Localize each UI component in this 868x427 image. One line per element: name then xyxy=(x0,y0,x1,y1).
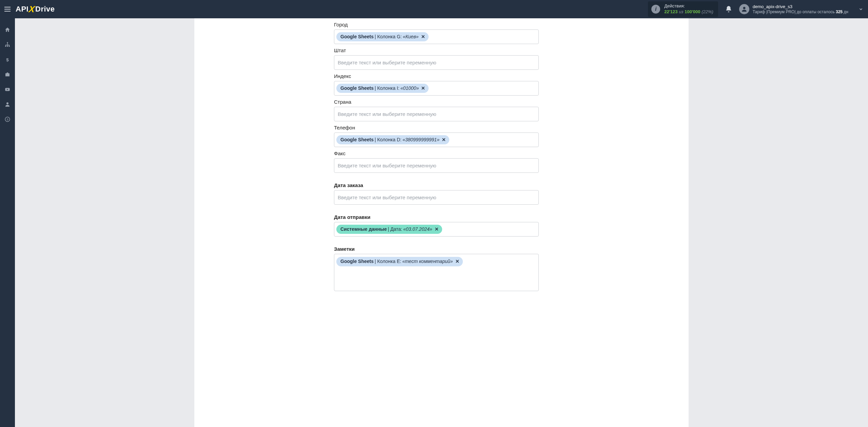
sidebar-video[interactable] xyxy=(0,83,15,96)
placeholder-country: Введите текст или выберите переменную xyxy=(336,111,436,117)
svg-rect-1 xyxy=(7,42,8,43)
input-ship-date[interactable]: Системные данные | Дата: «03.07.2024»✕ xyxy=(334,222,539,237)
avatar[interactable] xyxy=(739,4,749,14)
pill-ship-date[interactable]: Системные данные | Дата: «03.07.2024»✕ xyxy=(336,225,442,234)
label-fax: Факс xyxy=(334,150,539,156)
actions-counter[interactable]: i Действия: 22'123 из 100'000 (22%) xyxy=(648,1,718,17)
logo[interactable]: APIXDrive xyxy=(16,4,55,15)
remove-pill-icon[interactable]: ✕ xyxy=(455,258,459,265)
label-country: Страна xyxy=(334,99,539,105)
bell-icon[interactable] xyxy=(725,5,732,13)
logo-part-drive: Drive xyxy=(35,5,55,14)
input-order-date[interactable]: Введите текст или выберите переменную xyxy=(334,190,539,205)
pill-phone[interactable]: Google Sheets | Колонка D: «380999999991… xyxy=(336,135,449,145)
topbar: APIXDrive i Действия: 22'123 из 100'000 … xyxy=(0,0,868,18)
pill-index[interactable]: Google Sheets | Колонка I: «01000»✕ xyxy=(336,84,429,93)
remove-pill-icon[interactable]: ✕ xyxy=(421,85,425,92)
sidebar-billing[interactable]: $ xyxy=(0,53,15,66)
actions-label: Действия: xyxy=(664,3,713,9)
remove-pill-icon[interactable]: ✕ xyxy=(421,34,425,40)
actions-current: 22'123 xyxy=(664,9,677,14)
sidebar-help[interactable]: ? xyxy=(0,113,15,126)
pill-notes[interactable]: Google Sheets | Колонка E: «тест коммент… xyxy=(336,257,463,266)
label-order-date: Дата заказа xyxy=(334,182,539,188)
label-phone: Телефон xyxy=(334,125,539,130)
chevron-down-icon[interactable] xyxy=(859,7,863,12)
svg-text:?: ? xyxy=(6,118,8,121)
input-city[interactable]: Google Sheets | Колонка G: «Киев»✕ xyxy=(334,29,539,44)
logo-part-api: API xyxy=(16,5,28,14)
sidebar-account[interactable] xyxy=(0,98,15,111)
remove-pill-icon[interactable]: ✕ xyxy=(442,137,446,143)
label-ship-date: Дата отправки xyxy=(334,214,539,220)
label-index: Индекс xyxy=(334,73,539,79)
placeholder-order-date: Введите текст или выберите переменную xyxy=(336,195,436,200)
menu-button[interactable] xyxy=(3,4,12,14)
svg-text:$: $ xyxy=(6,57,9,62)
sidebar: $ ? xyxy=(0,18,15,427)
user-block[interactable]: demo_apix-drive_s3 Тариф |Премиум PRO| д… xyxy=(753,4,848,14)
username: demo_apix-drive_s3 xyxy=(753,4,848,9)
svg-rect-3 xyxy=(7,46,8,47)
label-notes: Заметки xyxy=(334,246,539,252)
input-index[interactable]: Google Sheets | Колонка I: «01000»✕ xyxy=(334,81,539,96)
sidebar-home[interactable] xyxy=(0,23,15,37)
input-notes[interactable]: Google Sheets | Колонка E: «тест коммент… xyxy=(334,254,539,291)
actions-pct: (22%) xyxy=(702,9,713,14)
input-state[interactable]: Введите текст или выберите переменную xyxy=(334,55,539,70)
info-icon: i xyxy=(651,5,660,14)
placeholder-state: Введите текст или выберите переменную xyxy=(336,60,436,65)
actions-sep: из xyxy=(679,9,683,14)
input-country[interactable]: Введите текст или выберите переменную xyxy=(334,107,539,121)
input-phone[interactable]: Google Sheets | Колонка D: «380999999991… xyxy=(334,133,539,147)
logo-part-x: X xyxy=(28,4,36,15)
pill-city[interactable]: Google Sheets | Колонка G: «Киев»✕ xyxy=(336,32,429,42)
label-state: Штат xyxy=(334,47,539,53)
form-card: Город Google Sheets | Колонка G: «Киев»✕… xyxy=(194,18,689,427)
svg-point-0 xyxy=(743,7,745,9)
tariff-line: Тариф |Премиум PRO| до оплаты осталось 3… xyxy=(753,9,848,14)
svg-rect-2 xyxy=(5,46,6,47)
remove-pill-icon[interactable]: ✕ xyxy=(435,226,439,233)
placeholder-fax: Введите текст или выберите переменную xyxy=(336,163,436,168)
sidebar-work[interactable] xyxy=(0,68,15,81)
label-city: Город xyxy=(334,22,539,27)
input-fax[interactable]: Введите текст или выберите переменную xyxy=(334,158,539,173)
svg-point-7 xyxy=(6,102,8,104)
sidebar-connections[interactable] xyxy=(0,38,15,52)
svg-rect-4 xyxy=(9,46,10,47)
actions-total: 100'000 xyxy=(685,9,700,14)
